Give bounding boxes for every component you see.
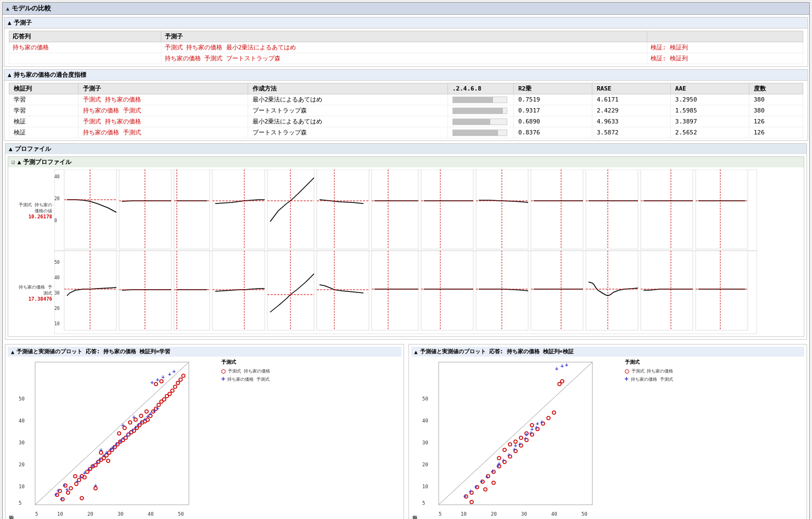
main-collapse-icon[interactable]: ▲ [6, 5, 9, 12]
svg-text:+: + [132, 414, 136, 420]
fitness-r2: 0.7519 [513, 94, 592, 105]
svg-text:+: + [172, 368, 176, 374]
svg-text:30: 30 [521, 511, 527, 517]
fitness-aae: 3.2950 [670, 94, 749, 105]
prediction-profile-checkbox[interactable]: ☑ [12, 159, 15, 166]
predictor-collapse-icon[interactable]: ▲ [8, 19, 12, 26]
fitness-col-7: 度数 [749, 83, 803, 94]
var-col-8: 200 300 400 500 600 700 449 税 [421, 170, 479, 334]
svg-text:30: 30 [54, 291, 60, 296]
svg-text:5: 5 [422, 500, 425, 506]
fitness-predictor[interactable]: 持ち家の価格 予測式 [78, 127, 248, 138]
legend-label-1: 予測式 持ち家の価格 [228, 368, 270, 374]
prediction-profile-header: ☑ ▲ 予測プロファイル [8, 157, 804, 167]
scatter-test-collapse[interactable]: ▲ [415, 349, 418, 355]
fitness-table-row: 学習 持ち家の価格 予測式 ブートストラップ森 0.9317 2.4229 1.… [9, 105, 803, 116]
main-header: ▲ モデルの比較 [3, 3, 809, 15]
svg-text:+: + [497, 460, 500, 466]
profile-collapse-icon[interactable]: ▲ [9, 145, 13, 153]
svg-rect-89 [372, 170, 418, 249]
legend-circle-red [221, 369, 226, 374]
var-col-1: 0 20 40 60 80 44.491 犯罪率 [64, 170, 116, 334]
prediction-profile-chart: 予測式 持ち家の 価格の値 10.26178 持ち家の価格 予 測式 17.38… [8, 167, 804, 336]
var-col-13: 0 5 10 15 20 25 14.1 産業 [696, 170, 748, 334]
fitness-col-3: .2.4.6.8 [447, 83, 513, 94]
svg-text:+: + [463, 493, 466, 499]
fitness-col-2: 作成方法 [248, 83, 447, 94]
svg-text:40: 40 [422, 418, 428, 424]
fitness-col-1: 予測子 [78, 83, 248, 94]
y-axis-labels: 予測式 持ち家の 価格の値 10.26178 持ち家の価格 予 測式 17.38… [10, 170, 54, 334]
fitness-content: 検証列 予測子 作成方法 .2.4.6.8 R2乗 RASE AAE 度数 学習… [4, 81, 808, 140]
fitness-bar-container [452, 97, 507, 103]
scatter-train-chart: 5 10 20 30 40 50 5 10 20 30 40 [16, 357, 219, 519]
svg-text:+: + [94, 482, 97, 488]
svg-text:+: + [535, 420, 539, 426]
svg-text:+: + [110, 445, 114, 451]
fitness-table-row: 検証 持ち家の価格 予測式 ブートストラップ森 0.8376 3.5872 2.… [9, 127, 803, 138]
scatter-train-content: 持ち家の価格 5 10 20 30 40 [8, 357, 401, 519]
fitness-method: ブートストラップ森 [248, 127, 447, 138]
test-legend-plus-blue: + [625, 375, 629, 383]
svg-text:5: 5 [439, 511, 441, 517]
predictor-predictor-1[interactable]: 予測式 持ち家の価格 最小2乗法によるあてはめ [161, 42, 647, 53]
svg-rect-144 [586, 251, 638, 330]
svg-text:+: + [54, 491, 58, 497]
svg-rect-90 [372, 251, 418, 330]
scatter-train-header: ▲ 予測値と実測値のプロット 応答: 持ち家の価格 検証列=学習 [8, 347, 401, 357]
predictor-validation-1[interactable]: 検証: 検証列 [647, 42, 803, 53]
svg-text:+: + [60, 495, 63, 501]
scatter-plot-train: ▲ 予測値と実測値のプロット 応答: 持ち家の価格 検証列=学習 持ち家の価格 … [5, 344, 404, 519]
svg-rect-143 [586, 170, 638, 249]
fitness-table-row: 学習 予測式 持ち家の価格 最小2乗法によるあてはめ 0.7519 4.6171… [9, 94, 803, 105]
scatter-train-inner: 持ち家の価格 5 10 20 30 40 [8, 357, 285, 519]
svg-text:+: + [65, 486, 69, 492]
svg-rect-132 [531, 251, 583, 330]
var-col-10: 100 200 300 400 198.61 少数民族 [531, 170, 583, 334]
predictor-predictor-2[interactable]: 持ち家の価格 予測式 ブートストラップ森 [161, 53, 647, 64]
svg-text:+: + [87, 466, 91, 472]
fitness-predictor[interactable]: 予測式 持ち家の価格 [78, 94, 248, 105]
scatter-train-collapse[interactable]: ▲ [11, 349, 14, 355]
predictor-validation-2[interactable]: 検証: 検証列 [647, 53, 803, 64]
predictor-table: 応答列 予測子 持ち家の価格 予測式 持ち家の価格 最小2乗法によるあてはめ 検… [9, 31, 803, 64]
predictor-response-2 [9, 53, 161, 64]
predictor-col-response: 応答列 [9, 31, 161, 42]
svg-text:+: + [485, 473, 488, 479]
fitness-bar-fill [453, 97, 494, 103]
svg-rect-104 [421, 251, 473, 330]
predictor-response-1[interactable]: 持ち家の価格 [9, 42, 161, 53]
var-col-6: 2 4 6 8 10 12 6.628 ビジネス地域へ の距離 [317, 170, 369, 334]
profile-chart-container: 予測式 持ち家の 価格の値 10.26178 持ち家の価格 予 測式 17.38… [10, 170, 802, 334]
svg-text:+: + [156, 405, 159, 411]
fitness-bar-container [452, 129, 507, 136]
fitness-bar-cell [447, 94, 513, 105]
fitness-bar-cell [447, 127, 513, 138]
scatter-train-title: 予測値と実測値のプロット 応答: 持ち家の価格 検証列=学習 [16, 348, 170, 356]
legend-label-2: 持ち家の価格 予測式 [227, 376, 270, 382]
fitness-predictor[interactable]: 持ち家の価格 予測式 [78, 105, 248, 116]
svg-text:40: 40 [551, 511, 557, 517]
profile-svg: 40 20 0 50 40 30 20 10 [54, 170, 757, 334]
fitness-bar-container [452, 108, 507, 114]
fitness-col-5: RASE [592, 83, 670, 94]
fitness-rase: 2.4229 [592, 105, 670, 116]
fitness-validation: 学習 [9, 105, 79, 116]
fitness-count: 380 [749, 94, 803, 105]
fitness-method: 最小2乗法によるあてはめ [248, 94, 447, 105]
var-col-5: 4 5 6 7 8 9 6.1761 部屋数 [267, 170, 314, 334]
svg-text:+: + [507, 452, 510, 458]
fitness-predictor[interactable]: 予測式 持ち家の価格 [78, 116, 248, 127]
svg-text:10: 10 [54, 321, 60, 326]
svg-text:+: + [501, 457, 505, 463]
svg-text:20: 20 [491, 511, 497, 517]
scatter-plot-test: ▲ 予測値と実測値のプロット 応答: 持ち家の価格 検証列=検証 持ち家の価格 … [408, 344, 808, 519]
predictor-section: ▲ 予測子 応答列 予測子 持ち家の価格 予測式 持ち家の価格 最小2乗法による… [4, 17, 808, 67]
svg-rect-172 [696, 251, 748, 330]
prediction-profile-collapse-icon[interactable]: ▲ [18, 159, 21, 166]
fitness-col-6: AAE [670, 83, 749, 94]
svg-text:+: + [115, 441, 118, 447]
svg-text:+: + [105, 449, 108, 455]
svg-rect-131 [531, 170, 583, 249]
fitness-collapse-icon[interactable]: ▲ [8, 71, 12, 78]
